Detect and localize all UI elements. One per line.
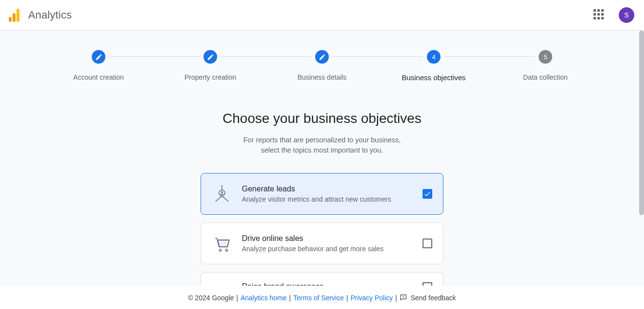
svg-point-13 <box>403 298 404 298</box>
pencil-icon <box>92 50 105 64</box>
svg-point-8 <box>219 249 221 251</box>
objective-list: Generate leads Analyze visitor metrics a… <box>201 173 443 286</box>
footer: © 2024 Google | Analytics home | Terms o… <box>0 286 644 309</box>
objective-drive-online-sales[interactable]: Drive online sales Analyze purchase beha… <box>201 223 443 264</box>
avatar[interactable]: S <box>619 7 634 23</box>
pencil-icon <box>203 50 217 64</box>
step-label: Data collection <box>523 73 568 81</box>
scrollbar[interactable] <box>639 31 644 215</box>
feedback-icon <box>399 293 407 302</box>
footer-link-tos[interactable]: Terms of Service <box>293 294 344 302</box>
step-business-objectives[interactable]: 4 Business objectives <box>378 50 490 82</box>
app-header: Analytics S <box>0 0 644 31</box>
objective-title: Generate leads <box>242 185 423 193</box>
objective-title: Drive online sales <box>242 234 423 243</box>
step-label: Property creation <box>185 73 237 81</box>
svg-point-1 <box>221 191 223 193</box>
analytics-logo-icon <box>9 9 19 22</box>
footer-link-home[interactable]: Analytics home <box>240 294 287 302</box>
step-number-icon: 4 <box>427 50 441 64</box>
page-subtitle: For reports that are personalized to you… <box>0 135 644 155</box>
step-account-creation[interactable]: Account creation <box>43 50 154 81</box>
body-area: Account creation Property creation Busin… <box>0 31 644 286</box>
footer-link-privacy[interactable]: Privacy Policy <box>351 294 393 302</box>
objective-raise-brand-awareness[interactable]: Raise brand awareness <box>201 272 443 286</box>
pencil-icon <box>315 50 329 64</box>
avatar-initial: S <box>624 11 628 19</box>
apps-launcher-icon[interactable] <box>593 9 605 21</box>
step-number-icon: 5 <box>539 50 552 64</box>
checkbox-icon[interactable] <box>423 282 432 286</box>
send-feedback-button[interactable]: Send feedback <box>399 293 456 302</box>
svg-point-9 <box>225 249 227 251</box>
objective-desc: Analyze visitor metrics and attract new … <box>242 195 423 203</box>
megaphone-icon <box>212 282 232 286</box>
page-title: Choose your business objectives <box>0 111 644 126</box>
step-label: Business details <box>297 73 346 81</box>
app-title: Analytics <box>28 9 72 21</box>
svg-point-7 <box>227 201 228 202</box>
svg-line-4 <box>217 196 222 201</box>
step-business-details[interactable]: Business details <box>266 50 378 81</box>
checkbox-icon[interactable] <box>423 189 432 199</box>
step-data-collection: 5 Data collection <box>490 50 601 81</box>
cart-icon <box>212 233 232 254</box>
svg-line-6 <box>222 196 227 201</box>
objective-desc: Analyze purchase behavior and get more s… <box>242 245 423 253</box>
svg-point-5 <box>216 201 217 202</box>
objective-generate-leads[interactable]: Generate leads Analyze visitor metrics a… <box>201 173 443 215</box>
checkbox-icon[interactable] <box>423 239 432 248</box>
objective-title: Raise brand awareness <box>242 282 423 286</box>
step-property-creation[interactable]: Property creation <box>154 50 266 81</box>
setup-stepper: Account creation Property creation Busin… <box>0 31 644 82</box>
svg-point-3 <box>221 185 222 186</box>
target-person-icon <box>212 184 232 204</box>
footer-copyright: © 2024 Google <box>188 294 234 302</box>
step-label: Account creation <box>73 73 124 81</box>
step-label: Business objectives <box>402 73 466 82</box>
